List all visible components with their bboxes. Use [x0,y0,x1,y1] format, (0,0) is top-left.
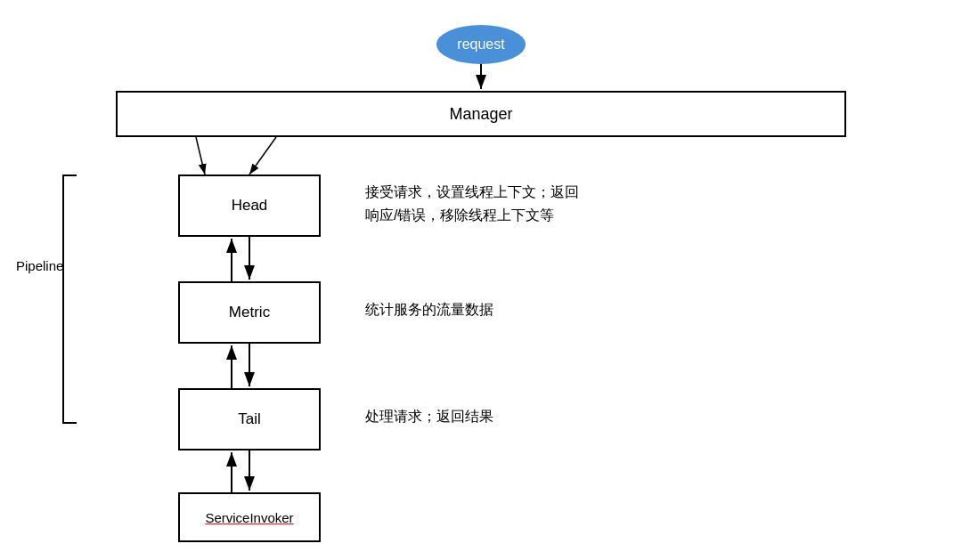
request-label: request [457,37,504,53]
pipeline-brace [62,174,77,424]
arrows-overlay [0,0,962,560]
desc-head-line1: 接受请求，设置线程上下文；返回 [365,181,579,204]
diagram-container: request Manager Pipeline Head Metric Tai… [0,0,962,560]
head-label: Head [232,197,268,215]
desc-head-line2: 响应/错误，移除线程上下文等 [365,204,579,227]
svg-line-3 [196,137,205,174]
desc-metric: 统计服务的流量数据 [365,301,493,320]
metric-box: Metric [178,281,321,344]
manager-label: Manager [449,105,512,124]
request-ellipse: request [436,25,526,64]
svg-line-4 [249,137,276,174]
desc-tail: 处理请求；返回结果 [365,408,493,426]
service-invoker-box: ServiceInvoker [178,492,321,542]
tail-label: Tail [238,410,261,428]
tail-box: Tail [178,388,321,450]
service-invoker-label: ServiceInvoker [205,510,293,525]
head-box: Head [178,174,321,237]
metric-label: Metric [229,304,270,321]
pipeline-label: Pipeline [16,258,63,273]
manager-box: Manager [116,91,846,137]
desc-head: 接受请求，设置线程上下文；返回 响应/错误，移除线程上下文等 [365,181,579,226]
